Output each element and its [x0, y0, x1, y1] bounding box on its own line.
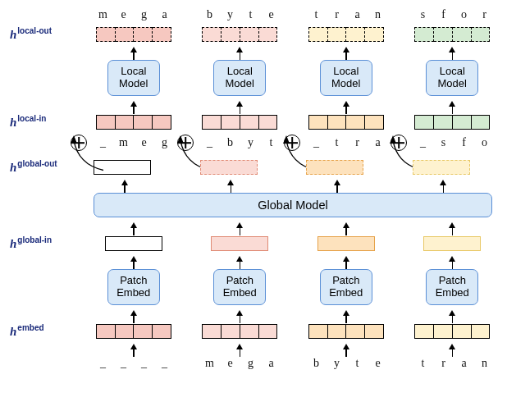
h-global-in	[423, 236, 481, 251]
h-global-in	[317, 236, 375, 251]
h-local-in	[96, 115, 171, 130]
output-chars: mega	[94, 8, 174, 21]
h-local-out	[96, 27, 171, 42]
h-global-out	[306, 160, 363, 175]
h-local-in	[414, 115, 490, 130]
h-global-out	[94, 160, 151, 175]
local-model-box: Local Model	[107, 60, 160, 96]
label-local-out: hlocal-out	[10, 26, 94, 42]
output-chars: byte	[200, 8, 281, 21]
patch-embed-box: Patch Embed	[213, 269, 266, 305]
label-global-out: hglobal-out	[10, 159, 94, 175]
shifted-chars: _meg	[94, 136, 174, 149]
label-embed: hembed	[10, 323, 94, 339]
local-model-box: Local Model	[320, 60, 372, 96]
label-local-in: hlocal-in	[10, 114, 94, 130]
shifted-chars: _sfo	[413, 136, 494, 149]
h-global-out	[200, 160, 258, 175]
plus-icon	[71, 135, 87, 151]
plus-icon	[177, 135, 194, 151]
plus-icon	[284, 135, 300, 151]
h-embed	[96, 324, 171, 339]
h-embed	[414, 324, 490, 339]
patch-embed-box: Patch Embed	[107, 269, 160, 305]
h-embed	[202, 324, 277, 339]
h-local-out	[202, 27, 277, 42]
patch-embed-box: Patch Embed	[320, 269, 372, 305]
h-local-out	[308, 27, 384, 42]
h-local-out	[414, 27, 490, 42]
patch-embed-box: Patch Embed	[426, 269, 478, 305]
input-chars: mega	[200, 357, 281, 370]
shifted-chars: _tra	[307, 136, 387, 149]
global-model-box: Global Model	[94, 193, 492, 217]
h-global-in	[211, 236, 268, 251]
h-local-in	[308, 115, 384, 130]
h-global-in	[105, 236, 162, 251]
input-chars: byte	[307, 357, 387, 370]
output-chars: sfor	[413, 8, 494, 21]
h-embed	[308, 324, 384, 339]
input-chars: tran	[413, 357, 494, 370]
output-chars: tran	[307, 8, 387, 21]
local-model-box: Local Model	[426, 60, 478, 96]
local-model-box: Local Model	[213, 60, 266, 96]
label-global-in: hglobal-in	[10, 235, 94, 251]
shifted-chars: _byt	[200, 136, 281, 149]
h-global-out	[413, 160, 470, 175]
h-local-in	[202, 115, 277, 130]
input-chars: ____	[94, 357, 174, 370]
plus-icon	[391, 135, 407, 151]
